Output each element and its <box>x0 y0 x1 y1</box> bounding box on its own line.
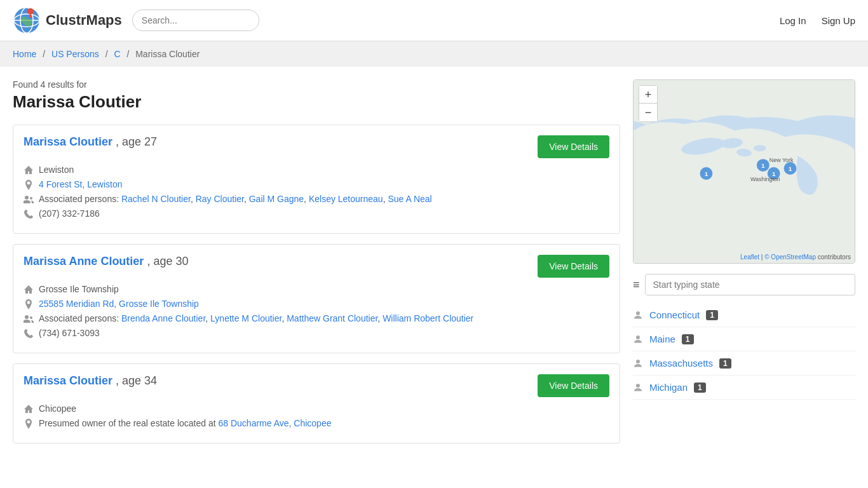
svg-text:1: 1 <box>705 170 709 177</box>
assoc-link-1-0[interactable]: Rachel N Cloutier <box>121 194 191 204</box>
view-details-btn-3[interactable]: View Details <box>538 374 609 397</box>
state-item: Massachusetts 1 <box>633 351 855 376</box>
state-link-3[interactable]: Michigan <box>649 382 688 393</box>
person-address-prefix-3: Presumed owner of the real estate locate… <box>39 418 331 428</box>
breadcrumb-current: Marissa Cloutier <box>135 49 200 59</box>
person-name-link-1[interactable]: Marissa Cloutier <box>24 135 112 148</box>
state-filter-container: ≡ <box>633 274 855 295</box>
person-address-row-1: 4 Forest St, Lewiston <box>24 179 609 190</box>
person-age-3: , age 34 <box>116 374 157 387</box>
person-card-header-3: Marissa Cloutier , age 34 View Details <box>24 374 609 397</box>
person-name-2: Marissa Anne Cloutier , age 30 <box>24 255 188 268</box>
person-card-header-1: Marissa Cloutier , age 27 View Details <box>24 135 609 158</box>
assoc-link-2-0[interactable]: Brenda Anne Cloutier <box>121 313 205 323</box>
state-person-icon <box>633 358 643 369</box>
person-age-1: , age 27 <box>116 135 157 148</box>
state-badge-3: 1 <box>694 383 706 393</box>
map-container: 1 1 1 1 New York Washington + − Leaflet … <box>633 79 855 264</box>
state-filter-input[interactable] <box>645 274 855 295</box>
state-person-icon <box>633 334 643 344</box>
assoc-link-1-2[interactable]: Gail M Gagne <box>249 194 304 204</box>
main-container: Found 4 results for Marissa Cloutier Mar… <box>0 67 868 466</box>
logo-text: ClustrMaps <box>46 12 122 29</box>
state-badge-0: 1 <box>706 310 718 320</box>
phone-icon-2 <box>24 329 34 339</box>
people-icon-2 <box>24 314 34 324</box>
person-city-row-3: Chicopee <box>24 403 609 414</box>
logo[interactable]: ClustrMaps <box>13 6 122 34</box>
assoc-link-1-1[interactable]: Ray Cloutier <box>196 194 244 204</box>
phone-icon-1 <box>24 209 34 219</box>
right-panel: 1 1 1 1 New York Washington + − Leaflet … <box>633 79 855 454</box>
person-city-1: Lewiston <box>39 165 74 175</box>
left-panel: Found 4 results for Marissa Cloutier Mar… <box>13 79 633 454</box>
breadcrumb-us-persons[interactable]: US Persons <box>51 49 99 59</box>
signup-link[interactable]: Sign Up <box>822 15 855 26</box>
person-name-1: Marissa Cloutier , age 27 <box>24 135 157 149</box>
breadcrumb-home[interactable]: Home <box>13 49 36 59</box>
state-link-0[interactable]: Connecticut <box>649 309 700 320</box>
assoc-link-2-1[interactable]: Lynette M Cloutier <box>210 313 281 323</box>
person-address-link-3[interactable]: 68 Ducharme Ave, Chicopee <box>219 418 332 428</box>
map-zoom-out-btn[interactable]: − <box>639 104 657 121</box>
svg-point-4 <box>27 8 34 15</box>
state-link-1[interactable]: Maine <box>649 334 675 344</box>
person-address-row-2: 25585 Meridian Rd, Grosse Ile Township <box>24 299 609 309</box>
osm-link[interactable]: © OpenStreetMap <box>764 254 816 261</box>
location-icon-3 <box>24 419 34 429</box>
person-phone-row-2: (734) 671-3093 <box>24 328 609 339</box>
search-input[interactable] <box>132 10 259 31</box>
svg-text:Washington: Washington <box>750 176 780 182</box>
assoc-link-2-2[interactable]: Matthew Grant Cloutier <box>287 313 377 323</box>
person-city-row-1: Lewiston <box>24 165 609 175</box>
person-associated-row-2: Associated persons: Brenda Anne Cloutier… <box>24 313 609 324</box>
header-right: Log In Sign Up <box>780 15 855 26</box>
state-list: Connecticut 1 Maine 1 Massachusetts 1 Mi… <box>633 303 855 400</box>
assoc-link-2-3[interactable]: William Robert Cloutier <box>383 313 473 323</box>
person-city-3: Chicopee <box>39 403 76 414</box>
person-name-link-2[interactable]: Marissa Anne Cloutier <box>24 255 144 268</box>
person-phone-1: (207) 332-7186 <box>39 208 100 219</box>
person-card-1: Marissa Cloutier , age 27 View Details L… <box>13 125 620 234</box>
map-svg: 1 1 1 1 New York Washington <box>634 80 855 263</box>
svg-text:New York: New York <box>770 157 794 163</box>
home-icon-1 <box>24 165 34 175</box>
map-controls: + − <box>639 85 658 122</box>
person-address-link-2[interactable]: 25585 Meridian Rd, Grosse Ile Township <box>39 299 199 309</box>
location-icon-1 <box>24 180 34 190</box>
breadcrumb-c[interactable]: C <box>114 49 120 59</box>
person-city-2: Grosse Ile Township <box>39 284 119 294</box>
svg-text:1: 1 <box>761 162 765 169</box>
map-zoom-in-btn[interactable]: + <box>639 86 657 104</box>
map-attribution: Leaflet | © OpenStreetMap contributors <box>740 254 851 261</box>
svg-point-9 <box>754 145 766 151</box>
person-name-link-3[interactable]: Marissa Cloutier <box>24 374 112 387</box>
person-phone-2: (734) 671-3093 <box>39 328 100 338</box>
people-icon-1 <box>24 194 34 205</box>
location-icon-2 <box>24 299 34 309</box>
state-badge-2: 1 <box>719 358 731 369</box>
assoc-link-1-4[interactable]: Sue A Neal <box>388 194 431 204</box>
state-link-2[interactable]: Massachusetts <box>649 358 713 369</box>
home-icon-2 <box>24 285 34 295</box>
person-card-3: Marissa Cloutier , age 34 View Details C… <box>13 363 620 444</box>
leaflet-link[interactable]: Leaflet <box>740 254 759 261</box>
state-person-icon <box>633 310 643 320</box>
filter-icon[interactable]: ≡ <box>633 278 640 292</box>
header: ClustrMaps Log In Sign Up <box>0 0 868 41</box>
view-details-btn-2[interactable]: View Details <box>538 255 609 278</box>
person-name-3: Marissa Cloutier , age 34 <box>24 374 157 388</box>
results-found: Found 4 results for <box>13 79 620 90</box>
person-city-row-2: Grosse Ile Township <box>24 284 609 295</box>
login-link[interactable]: Log In <box>780 15 806 26</box>
person-associated-label-2: Associated persons: Brenda Anne Cloutier… <box>39 313 473 323</box>
person-address-link-1[interactable]: 4 Forest St, Lewiston <box>39 179 123 189</box>
view-details-btn-1[interactable]: View Details <box>538 135 609 158</box>
person-age-2: , age 30 <box>147 255 188 268</box>
results-name: Marissa Cloutier <box>13 92 620 112</box>
assoc-link-1-3[interactable]: Kelsey Letourneau <box>309 194 383 204</box>
state-badge-1: 1 <box>682 334 694 344</box>
person-phone-row-1: (207) 332-7186 <box>24 208 609 219</box>
person-associated-label-1: Associated persons: Rachel N Cloutier, R… <box>39 194 432 204</box>
home-icon-3 <box>24 404 34 414</box>
